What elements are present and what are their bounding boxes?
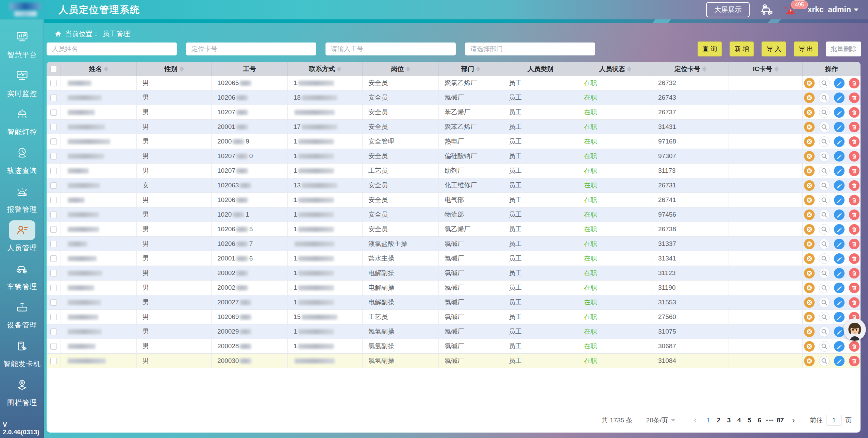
action-edit-button[interactable]	[834, 312, 845, 322]
action-card-button[interactable]	[804, 209, 815, 220]
action-edit-button[interactable]	[834, 356, 845, 366]
action-edit-button[interactable]	[834, 78, 845, 88]
action-view-button[interactable]	[819, 151, 830, 162]
page-number-87[interactable]: 87	[775, 417, 785, 424]
column-header-6[interactable]: 部门	[439, 62, 503, 76]
column-header-8[interactable]: 人员状态	[578, 62, 652, 76]
row-checkbox[interactable]	[50, 168, 57, 174]
action-card-button[interactable]	[804, 136, 815, 147]
action-view-button[interactable]	[819, 166, 830, 176]
table-row[interactable]: 男200091安全管理热电厂员工在职97168	[47, 134, 861, 149]
action-delete-button[interactable]	[849, 107, 859, 118]
column-header-10[interactable]: IC卡号	[729, 62, 803, 76]
sort-icon[interactable]	[337, 66, 341, 72]
action-edit-button[interactable]	[834, 180, 845, 191]
page-number-5[interactable]: 5	[744, 417, 754, 424]
action-card-button[interactable]	[804, 180, 815, 191]
action-delete-button[interactable]	[849, 78, 859, 88]
table-row[interactable]: 男1020651安全员聚氯乙烯厂员工在职26732	[47, 76, 861, 90]
action-card-button[interactable]	[804, 151, 815, 162]
sort-icon[interactable]	[104, 66, 108, 72]
row-checkbox[interactable]	[50, 95, 57, 101]
action-edit-button[interactable]	[834, 297, 845, 308]
row-checkbox[interactable]	[50, 197, 57, 203]
action-card-button[interactable]	[804, 253, 815, 264]
action-delete-button[interactable]	[849, 356, 859, 366]
action-delete-button[interactable]	[849, 239, 859, 249]
add-button[interactable]: 新 增	[730, 41, 754, 56]
column-header-4[interactable]: 联系方式	[288, 62, 363, 76]
page-number-1[interactable]: 1	[703, 417, 714, 424]
row-checkbox[interactable]	[50, 138, 57, 145]
action-edit-button[interactable]	[834, 268, 845, 279]
action-view-button[interactable]	[819, 297, 830, 308]
action-view-button[interactable]	[819, 312, 830, 322]
action-delete-button[interactable]	[849, 283, 859, 293]
person-name-input[interactable]	[47, 43, 177, 55]
page-size-select[interactable]: 20条/页	[646, 416, 675, 425]
table-row[interactable]: 男2000291氯氢副操氯碱厂员工在职31075	[47, 324, 861, 339]
column-header-2[interactable]: 性别	[137, 62, 212, 76]
action-view-button[interactable]	[819, 224, 830, 235]
action-delete-button[interactable]	[849, 92, 859, 103]
action-edit-button[interactable]	[834, 107, 845, 118]
action-edit-button[interactable]	[834, 283, 845, 293]
action-view-button[interactable]	[819, 268, 830, 279]
page-number-4[interactable]: 4	[734, 417, 744, 424]
table-row[interactable]: 男1020701安全员偏硅酸钠厂员工在职97307	[47, 149, 861, 164]
action-view-button[interactable]	[819, 326, 830, 337]
table-row[interactable]: 女10206313安全员化工维修厂员工在职26731	[47, 178, 861, 193]
action-edit-button[interactable]	[834, 151, 845, 162]
sidebar-item-smart-platform[interactable]: 智慧平台	[0, 27, 44, 60]
sort-icon[interactable]	[476, 66, 480, 72]
sort-icon[interactable]	[180, 66, 184, 72]
row-checkbox[interactable]	[50, 343, 57, 350]
action-edit-button[interactable]	[834, 195, 845, 205]
table-row[interactable]: 男10207安全员苯乙烯厂员工在职26737	[47, 105, 861, 120]
action-card-button[interactable]	[804, 195, 815, 205]
page-number-3[interactable]: 3	[724, 417, 734, 424]
table-row[interactable]: 男10206915工艺员氯碱厂员工在职27560	[47, 310, 861, 324]
table-row[interactable]: 男200021电解副操氯碱厂员工在职31190	[47, 281, 861, 295]
action-view-button[interactable]	[819, 239, 830, 249]
action-card-button[interactable]	[804, 78, 815, 88]
table-row[interactable]: 男2000117安全员聚苯乙烯厂员工在职31431	[47, 120, 861, 134]
action-delete-button[interactable]	[849, 166, 859, 176]
action-card-button[interactable]	[804, 239, 815, 249]
action-edit-button[interactable]	[834, 92, 845, 103]
column-header-5[interactable]: 岗位	[363, 62, 439, 76]
table-row[interactable]: 男102011安全员物流部员工在职97456	[47, 207, 861, 222]
sidebar-item-smart-light[interactable]: 智能灯控	[0, 104, 44, 137]
assistant-avatar[interactable]	[844, 318, 866, 341]
sort-icon[interactable]	[702, 66, 706, 72]
sidebar-item-vehicle-mgmt[interactable]: 车辆管理	[0, 259, 44, 291]
action-card-button[interactable]	[804, 107, 815, 118]
sidebar-item-personnel-mgmt[interactable]: 人员管理	[0, 220, 44, 253]
action-view-button[interactable]	[819, 253, 830, 264]
select-all-checkbox[interactable]	[50, 66, 57, 72]
column-header-9[interactable]: 定位卡号	[652, 62, 729, 76]
action-card-button[interactable]	[804, 122, 815, 132]
action-edit-button[interactable]	[834, 341, 845, 352]
action-delete-button[interactable]	[849, 180, 859, 191]
action-edit-button[interactable]	[834, 136, 845, 147]
action-card-button[interactable]	[804, 224, 815, 235]
vehicle-status-icon[interactable]	[760, 3, 773, 17]
table-row[interactable]: 男102067液氯盐酸主操氯碱厂员工在职31337	[47, 237, 861, 251]
batch-delete-button[interactable]: 批量删除	[826, 41, 861, 56]
page-number-6[interactable]: 6	[754, 417, 765, 424]
action-edit-button[interactable]	[834, 209, 845, 220]
action-view-button[interactable]	[819, 356, 830, 366]
sidebar-item-device-mgmt[interactable]: 设备管理	[0, 298, 44, 330]
action-delete-button[interactable]	[849, 151, 859, 162]
row-checkbox[interactable]	[50, 328, 57, 335]
action-card-button[interactable]	[804, 166, 815, 176]
row-checkbox[interactable]	[50, 226, 57, 233]
row-checkbox[interactable]	[50, 255, 57, 262]
action-edit-button[interactable]	[834, 122, 845, 132]
action-view-button[interactable]	[819, 180, 830, 191]
sidebar-item-card-dispenser[interactable]: 智能发卡机	[0, 336, 44, 369]
action-view-button[interactable]	[819, 107, 830, 118]
action-card-button[interactable]	[804, 326, 815, 337]
action-delete-button[interactable]	[849, 122, 859, 132]
